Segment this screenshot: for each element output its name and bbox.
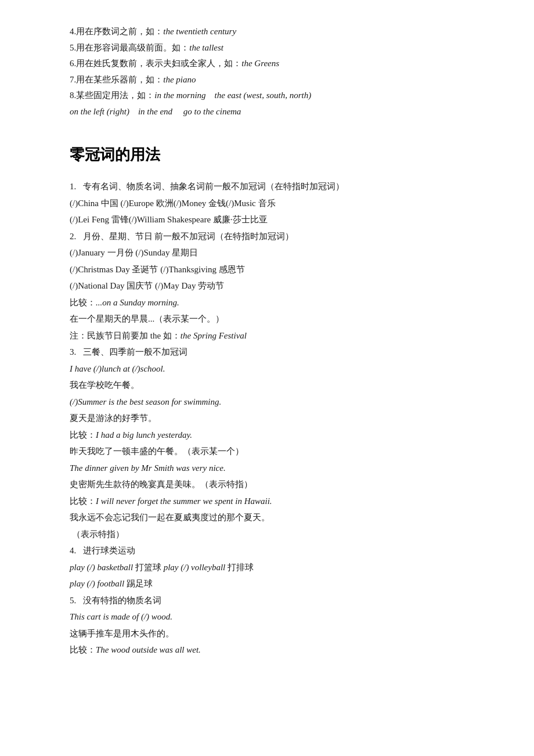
item-5-compare: 比较：The wood outside was all wet. [70, 643, 488, 658]
item-1-line-1: (/)China 中国 (/)Europe 欧洲(/)Money 金钱(/)Mu… [70, 196, 488, 211]
item-3-chinese-3: 昨天我吃了一顿丰盛的午餐。（表示某一个） [70, 444, 488, 459]
item-3-compare-2: 比较：I will never forget the summer we spe… [70, 494, 488, 509]
item-2-heading: 2. 月份、星期、节日 前一般不加冠词（在特指时加冠词） [70, 229, 488, 244]
item-2-line-2: (/)Christmas Day 圣诞节 (/)Thanksgiving 感恩节 [70, 262, 488, 278]
line-8b: on the left (right) in the end go to the… [70, 105, 488, 120]
item-2-line-3: (/)National Day 国庆节 (/)May Day 劳动节 [70, 279, 488, 294]
item-3-line-2: (/)Summer is the best season for swimmin… [70, 395, 488, 410]
line-5: 5.用在形容词最高级前面。如：the tallest [70, 41, 488, 56]
item-4-line-2: play (/) football 踢足球 [70, 577, 488, 592]
item-4-line-1: play (/) basketball 打篮球 play (/) volleyb… [70, 560, 488, 575]
top-section: 4.用在序数词之前，如：the twentieth century 5.用在形容… [70, 24, 488, 119]
item-3-line-1: I have (/)lunch at (/)school. [70, 362, 488, 377]
item-5-heading: 5. 没有特指的物质名词 [70, 593, 488, 609]
item-2-chinese-1: 在一个星期天的早晨...（表示某一个。） [70, 312, 488, 327]
item-3-chinese-5: 我永远不会忘记我们一起在夏威夷度过的那个夏天。 [70, 510, 488, 525]
item-3-line-3: The dinner given by Mr Smith was very ni… [70, 461, 488, 476]
item-3-chinese-2: 夏天是游泳的好季节。 [70, 411, 488, 426]
item-1-line-2: (/)Lei Feng 雷锋(/)William Shakespeare 威廉·… [70, 213, 488, 228]
item-2-line-1: (/)January 一月份 (/)Sunday 星期日 [70, 246, 488, 261]
item-2-note: 注：民族节日前要加 the 如：the Spring Festival [70, 329, 488, 344]
item-2-compare: 比较：...on a Sunday morning. [70, 296, 488, 311]
item-3-heading: 3. 三餐、四季前一般不加冠词 [70, 345, 488, 360]
line-8: 8.某些固定用法，如：in the morning the east (west… [70, 88, 488, 103]
item-3-compare-1: 比较：I had a big lunch yesterday. [70, 428, 488, 443]
item-3-chinese-1: 我在学校吃午餐。 [70, 378, 488, 393]
item-5-chinese-1: 这辆手推车是用木头作的。 [70, 627, 488, 642]
line-4: 4.用在序数词之前，如：the twentieth century [70, 24, 488, 39]
section-title: 零冠词的用法 [70, 142, 488, 168]
main-section: 零冠词的用法 1. 专有名词、物质名词、抽象名词前一般不加冠词（在特指时加冠词）… [70, 142, 488, 658]
line-7: 7.用在某些乐器前，如：the piano [70, 73, 488, 88]
item-3-note: （表示特指） [70, 527, 488, 542]
item-3-chinese-4: 史密斯先生款待的晚宴真是美味。（表示特指） [70, 477, 488, 492]
item-1-heading: 1. 专有名词、物质名词、抽象名词前一般不加冠词（在特指时加冠词） [70, 179, 488, 195]
item-4-heading: 4. 进行球类运动 [70, 543, 488, 559]
line-6: 6.用在姓氏复数前，表示夫妇或全家人，如：the Greens [70, 56, 488, 71]
item-5-line-1: This cart is made of (/) wood. [70, 610, 488, 625]
